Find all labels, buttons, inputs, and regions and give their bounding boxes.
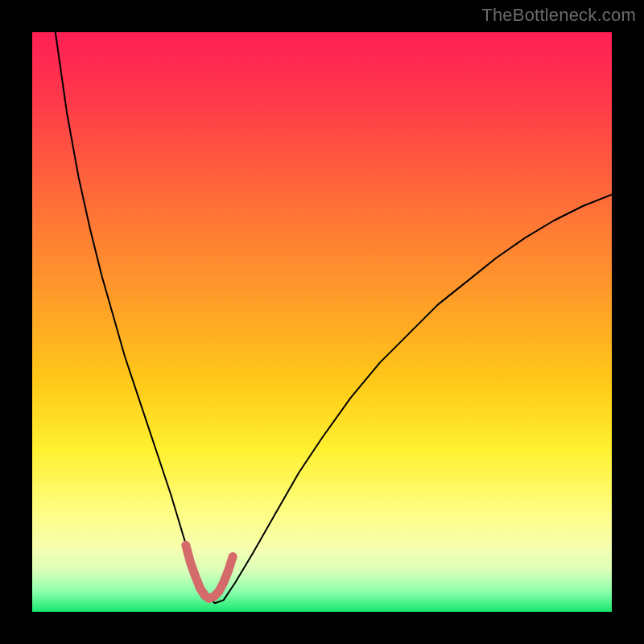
plot-area	[32, 32, 612, 612]
curve-layer	[32, 32, 612, 612]
bottleneck-curve	[56, 32, 612, 603]
highlight-trough	[186, 545, 233, 598]
chart-frame: TheBottleneck.com	[0, 0, 644, 644]
watermark-text: TheBottleneck.com	[481, 5, 636, 26]
